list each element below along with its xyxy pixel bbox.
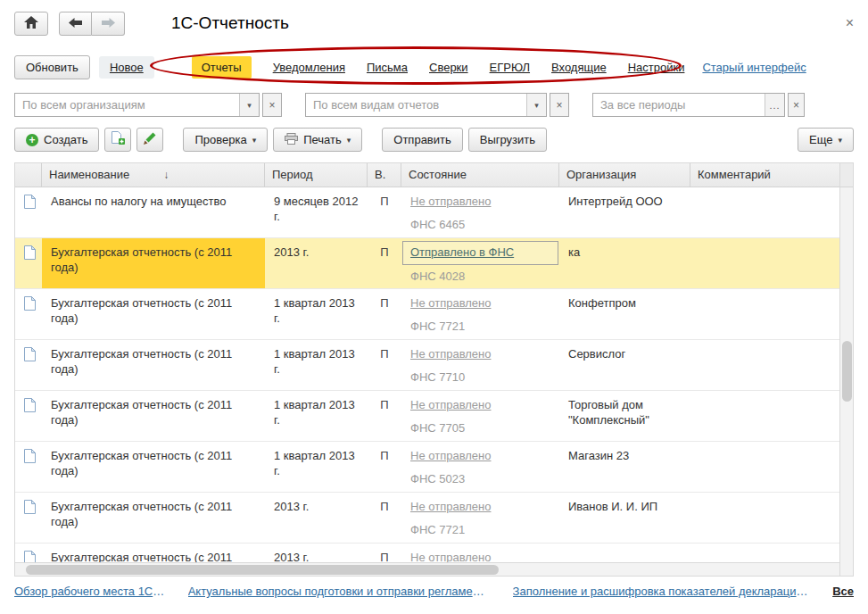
footer-link-all[interactable]: Все xyxy=(832,585,854,598)
status-link[interactable]: Не отправлено xyxy=(410,551,491,562)
home-button[interactable] xyxy=(14,12,48,36)
report-document-icon xyxy=(15,340,42,390)
column-header-icon xyxy=(15,163,42,187)
new-button[interactable]: Новое xyxy=(99,56,154,79)
report-organization: Сервислог xyxy=(559,340,690,390)
check-button[interactable]: Проверка ▾ xyxy=(183,128,268,152)
horizontal-scrollbar-thumb[interactable] xyxy=(26,565,499,575)
edit-button[interactable] xyxy=(136,128,163,152)
footer-link-filling[interactable]: Заполнение и расшифровка показателей дек… xyxy=(513,585,810,598)
tab-reports[interactable]: Отчеты xyxy=(192,56,252,79)
table-row[interactable]: Авансы по налогу на имущество 9 месяцев … xyxy=(15,187,839,238)
copy-document-icon xyxy=(112,131,125,148)
table-row[interactable]: Бухгалтерская отчетность (с 2011 года) 1… xyxy=(15,289,839,340)
organizations-filter-input[interactable] xyxy=(15,94,239,116)
column-header-v[interactable]: В. xyxy=(368,163,401,187)
clear-filter-icon[interactable]: × xyxy=(550,93,569,117)
column-header-name-label: Наименование xyxy=(49,168,129,181)
tab-settings[interactable]: Настройки xyxy=(628,61,685,74)
column-header-period[interactable]: Период xyxy=(265,163,368,187)
tab-egrul[interactable]: ЕГРЮЛ xyxy=(490,61,530,74)
report-name: Бухгалтерская отчетность (с 2011 года) xyxy=(42,340,265,390)
report-organization: Интертрейд ООО xyxy=(559,187,690,237)
footer-links: Обзор рабочего места 1С-... Актуальные в… xyxy=(0,585,868,598)
clear-filter-icon[interactable]: × xyxy=(262,93,282,117)
vertical-scrollbar[interactable] xyxy=(839,163,853,576)
printer-icon xyxy=(285,133,298,147)
report-document-icon xyxy=(15,187,42,237)
chevron-down-icon: ▾ xyxy=(347,136,351,145)
footer-link-overview[interactable]: Обзор рабочего места 1С-... xyxy=(14,585,165,598)
export-button[interactable]: Выгрузить xyxy=(468,128,547,152)
status-link[interactable]: Не отправлено xyxy=(410,347,491,361)
status-link[interactable]: Не отправлено xyxy=(410,296,491,310)
horizontal-scrollbar[interactable] xyxy=(15,562,839,576)
report-v: П xyxy=(368,543,401,562)
ellipsis-icon[interactable]: ... xyxy=(765,94,784,116)
column-header-organization[interactable]: Организация xyxy=(559,163,690,187)
status-link[interactable]: Не отправлено xyxy=(410,449,491,462)
create-button[interactable]: + Создать xyxy=(14,128,99,152)
report-period: 1 квартал 2013 г. xyxy=(265,340,368,390)
report-status: Отправлено в ФНС ФНС 4028 xyxy=(401,238,559,288)
report-period: 9 месяцев 2012 г. xyxy=(265,187,368,237)
report-comment xyxy=(690,442,839,492)
report-organization: Иванов И. И. ИП xyxy=(559,493,690,543)
print-button[interactable]: Печать ▾ xyxy=(273,128,362,152)
report-period: 1 квартал 2013 г. xyxy=(265,289,368,339)
chevron-down-icon[interactable]: ▾ xyxy=(526,94,546,116)
report-comment xyxy=(690,543,839,562)
status-code: ФНС 6465 xyxy=(410,218,550,233)
create-button-label: Создать xyxy=(44,133,87,146)
footer-link-questions[interactable]: Актуальные вопросы подготовки и отправки… xyxy=(188,585,490,598)
add-icon: + xyxy=(26,134,38,146)
old-interface-link[interactable]: Старый интерфейс xyxy=(702,61,806,74)
table-row[interactable]: Бухгалтерская отчетность (с 2011 года) 1… xyxy=(15,391,839,442)
home-icon xyxy=(24,16,38,31)
tab-notifications[interactable]: Уведомления xyxy=(273,61,345,74)
table-row-selected[interactable]: Бухгалтерская отчетность (с 2011 года) 2… xyxy=(15,238,839,289)
status-link[interactable]: Не отправлено xyxy=(410,398,491,411)
tab-letters[interactable]: Письма xyxy=(367,61,408,74)
refresh-button[interactable]: Обновить xyxy=(14,55,90,79)
organizations-filter: ▾ × xyxy=(14,93,282,117)
table-row-partial[interactable]: Бухгалтерская отчетность (с 2011 года) 2… xyxy=(15,543,839,562)
status-code: ФНС 5023 xyxy=(410,472,550,487)
tab-reconciliations[interactable]: Сверки xyxy=(429,61,468,74)
scrollbar-corner xyxy=(840,163,853,187)
status-code: ФНС 7710 xyxy=(410,370,550,386)
table-row[interactable]: Бухгалтерская отчетность (с 2011 года) 1… xyxy=(15,442,839,493)
status-link[interactable]: Не отправлено xyxy=(410,195,491,208)
status-link[interactable]: Не отправлено xyxy=(410,500,491,513)
table-row[interactable]: Бухгалтерская отчетность (с 2011 года) 2… xyxy=(15,493,839,543)
report-status: Не отправлено ФНС 7721 xyxy=(401,289,559,339)
table-row[interactable]: Бухгалтерская отчетность (с 2011 года) 1… xyxy=(15,340,839,391)
report-name: Бухгалтерская отчетность (с 2011 года) xyxy=(42,543,265,562)
tab-incoming[interactable]: Входящие xyxy=(551,61,607,74)
periods-filter-input[interactable] xyxy=(593,94,765,116)
report-period: 2013 г. xyxy=(265,238,368,288)
chevron-down-icon: ▾ xyxy=(252,136,257,145)
vertical-scrollbar-thumb[interactable] xyxy=(842,341,852,402)
send-button[interactable]: Отправить xyxy=(382,128,462,152)
report-comment xyxy=(690,289,839,339)
close-icon[interactable]: × xyxy=(846,16,854,30)
column-header-name[interactable]: Наименование ↓ xyxy=(42,163,265,187)
report-period: 1 квартал 2013 г. xyxy=(265,391,368,441)
report-v: П xyxy=(368,289,401,339)
chevron-down-icon[interactable]: ▾ xyxy=(239,94,259,116)
forward-button[interactable] xyxy=(92,12,125,36)
clear-filter-icon[interactable]: × xyxy=(788,93,805,117)
status-link[interactable]: Отправлено в ФНС xyxy=(410,245,514,259)
report-document-icon xyxy=(15,493,42,543)
report-document-icon xyxy=(15,391,42,441)
table-header: Наименование ↓ Период В. Состояние Орган… xyxy=(15,163,839,187)
report-types-filter-input[interactable] xyxy=(306,94,526,116)
column-header-comment[interactable]: Комментарий xyxy=(690,163,839,187)
more-button[interactable]: Еще ▾ xyxy=(798,128,854,152)
back-button[interactable] xyxy=(59,12,92,36)
reports-table: Наименование ↓ Период В. Состояние Орган… xyxy=(14,162,854,577)
report-status: Не отправлено ФНС 7710 xyxy=(401,340,559,390)
column-header-status[interactable]: Состояние xyxy=(401,163,559,187)
copy-button[interactable] xyxy=(104,128,131,152)
